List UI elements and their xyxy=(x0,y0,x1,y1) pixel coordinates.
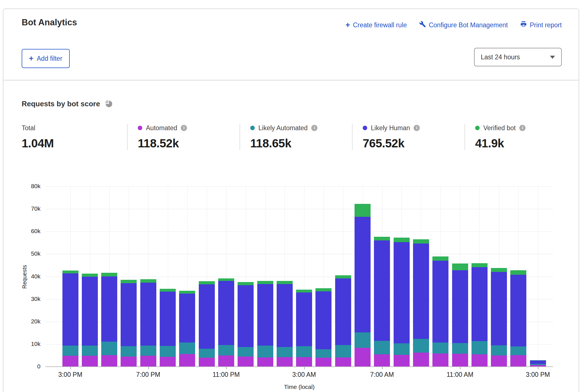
add-filter-button[interactable]: + Add filter xyxy=(22,49,70,68)
bar-segment-likely-human[interactable] xyxy=(374,240,390,341)
bar-segment-likely-automated[interactable] xyxy=(121,346,137,357)
bar-segment-likely-human[interactable] xyxy=(140,283,156,346)
bar-segment-likely-human[interactable] xyxy=(121,283,137,346)
stacked-bar-4-00-pm[interactable] xyxy=(82,274,98,366)
bar-segment-likely-human[interactable] xyxy=(62,273,78,346)
stacked-bar-3-00-pm[interactable] xyxy=(62,271,78,366)
stacked-bar-1-00-am[interactable] xyxy=(257,281,273,366)
bar-segment-likely-human[interactable] xyxy=(199,284,215,348)
bar-segment-automated[interactable] xyxy=(394,355,410,366)
bar-segment-verified-bot[interactable] xyxy=(257,281,273,284)
bar-segment-verified-bot[interactable] xyxy=(394,238,410,242)
bar-segment-likely-human[interactable] xyxy=(394,242,410,344)
bar-segment-verified-bot[interactable] xyxy=(491,268,507,272)
bar-segment-likely-automated[interactable] xyxy=(82,346,98,355)
bar-segment-likely-human[interactable] xyxy=(315,291,331,349)
bar-segment-likely-automated[interactable] xyxy=(452,343,468,354)
bar-segment-likely-automated[interactable] xyxy=(413,339,429,353)
bar-segment-verified-bot[interactable] xyxy=(101,273,117,276)
stacked-bar-9-00-am[interactable] xyxy=(413,239,429,366)
bar-segment-likely-automated[interactable] xyxy=(238,347,254,357)
bar-segment-verified-bot[interactable] xyxy=(199,281,215,284)
stacked-bar-8-00-pm[interactable] xyxy=(160,289,176,366)
stacked-bar-2-00-pm[interactable] xyxy=(510,270,526,366)
bar-segment-likely-human[interactable] xyxy=(335,278,351,345)
bar-segment-verified-bot[interactable] xyxy=(374,237,390,241)
bar-segment-likely-human[interactable] xyxy=(101,276,117,342)
bar-segment-likely-automated[interactable] xyxy=(257,346,273,357)
info-icon[interactable]: i xyxy=(181,125,187,131)
bar-segment-automated[interactable] xyxy=(432,353,448,366)
bar-segment-likely-automated[interactable] xyxy=(62,346,78,356)
bar-segment-automated[interactable] xyxy=(218,355,234,366)
bar-segment-automated[interactable] xyxy=(179,354,195,366)
bar-segment-automated[interactable] xyxy=(238,357,254,366)
bar-segment-automated[interactable] xyxy=(296,357,312,366)
bar-segment-automated[interactable] xyxy=(530,365,546,366)
stacked-bar-3-00-pm[interactable] xyxy=(530,360,546,366)
bar-segment-verified-bot[interactable] xyxy=(452,263,468,270)
bar-segment-likely-human[interactable] xyxy=(510,275,526,346)
bar-segment-verified-bot[interactable] xyxy=(510,270,526,275)
bar-segment-automated[interactable] xyxy=(199,358,215,366)
bar-segment-automated[interactable] xyxy=(315,358,331,366)
bar-segment-likely-automated[interactable] xyxy=(140,346,156,356)
bar-segment-likely-human[interactable] xyxy=(296,292,312,346)
stacked-bar-11-00-pm[interactable] xyxy=(218,278,234,366)
stacked-bar-11-00-am[interactable] xyxy=(452,263,468,366)
bar-segment-likely-human[interactable] xyxy=(491,272,507,345)
bar-segment-verified-bot[interactable] xyxy=(238,282,254,285)
bar-segment-automated[interactable] xyxy=(374,354,390,366)
bar-segment-verified-bot[interactable] xyxy=(355,204,371,217)
bar-segment-likely-automated[interactable] xyxy=(394,343,410,355)
bar-segment-verified-bot[interactable] xyxy=(432,256,448,261)
bar-segment-verified-bot[interactable] xyxy=(315,288,331,291)
bar-segment-verified-bot[interactable] xyxy=(140,279,156,283)
stacked-bar-10-00-pm[interactable] xyxy=(199,281,215,366)
configure-bot-management-link[interactable]: Configure Bot Management xyxy=(419,21,508,29)
bar-segment-likely-human[interactable] xyxy=(413,244,429,339)
bar-segment-automated[interactable] xyxy=(257,357,273,366)
stacked-bar-12-00-am[interactable] xyxy=(238,282,254,366)
bar-segment-verified-bot[interactable] xyxy=(296,290,312,292)
bar-segment-likely-automated[interactable] xyxy=(374,341,390,354)
bar-segment-likely-human[interactable] xyxy=(218,281,234,345)
bar-segment-automated[interactable] xyxy=(160,357,176,366)
stacked-bar-7-00-pm[interactable] xyxy=(140,279,156,366)
bar-segment-likely-automated[interactable] xyxy=(199,349,215,358)
stacked-bar-2-00-am[interactable] xyxy=(277,281,293,366)
stacked-bar-10-00-am[interactable] xyxy=(432,256,448,366)
bar-segment-automated[interactable] xyxy=(355,348,371,367)
bar-segment-verified-bot[interactable] xyxy=(160,289,176,292)
stacked-bar-5-00-pm[interactable] xyxy=(101,273,117,366)
bar-segment-automated[interactable] xyxy=(62,356,78,366)
bar-segment-automated[interactable] xyxy=(101,355,117,366)
bar-segment-likely-automated[interactable] xyxy=(218,345,234,355)
bar-segment-automated[interactable] xyxy=(472,354,488,366)
bar-segment-verified-bot[interactable] xyxy=(179,291,195,294)
stacked-bar-1-00-pm[interactable] xyxy=(491,268,507,366)
stacked-bar-12-00-pm[interactable] xyxy=(472,263,488,366)
bar-segment-likely-automated[interactable] xyxy=(101,342,117,355)
bar-segment-likely-automated[interactable] xyxy=(510,346,526,355)
bar-segment-automated[interactable] xyxy=(82,356,98,366)
bar-segment-automated[interactable] xyxy=(140,356,156,366)
time-range-select[interactable]: Last 24 hours xyxy=(474,48,562,66)
bar-segment-likely-human[interactable] xyxy=(82,277,98,346)
info-icon[interactable]: i xyxy=(311,125,317,131)
bar-segment-likely-automated[interactable] xyxy=(179,343,195,354)
bar-segment-verified-bot[interactable] xyxy=(472,263,488,267)
bar-segment-likely-automated[interactable] xyxy=(160,346,176,357)
bar-segment-likely-human[interactable] xyxy=(432,261,448,343)
bar-segment-automated[interactable] xyxy=(491,355,507,366)
stacked-bar-6-00-am[interactable] xyxy=(355,204,371,366)
bar-segment-automated[interactable] xyxy=(452,354,468,366)
bar-segment-likely-human[interactable] xyxy=(452,270,468,343)
create-firewall-rule-link[interactable]: + Create firewall rule xyxy=(346,21,407,29)
bar-segment-likely-automated[interactable] xyxy=(472,341,488,354)
bar-segment-likely-human[interactable] xyxy=(355,217,371,332)
bar-segment-automated[interactable] xyxy=(121,357,137,366)
bar-segment-likely-automated[interactable] xyxy=(355,332,371,348)
bar-segment-verified-bot[interactable] xyxy=(218,278,234,281)
bar-segment-verified-bot[interactable] xyxy=(82,274,98,277)
